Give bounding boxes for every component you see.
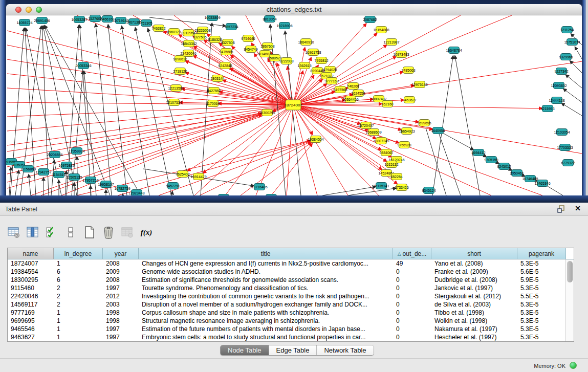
table-row[interactable]: 911546021997Tourette syndrome. Phenomeno… bbox=[8, 284, 574, 292]
table-cell[interactable]: 14569117 bbox=[8, 300, 54, 309]
new-file-icon[interactable] bbox=[83, 225, 96, 239]
table-row[interactable]: 969969511998Structural magnetic resonanc… bbox=[8, 317, 574, 325]
table-cell[interactable]: 6 bbox=[54, 276, 103, 284]
column-header-pagerank[interactable]: pagerank bbox=[517, 248, 566, 259]
network-node[interactable]: 12505135 bbox=[66, 174, 82, 181]
float-panel-icon[interactable] bbox=[557, 205, 565, 213]
select-columns-icon[interactable] bbox=[45, 225, 58, 239]
scrollbar-thumb[interactable] bbox=[567, 261, 573, 282]
table-row[interactable]: 1872400712008Changes of HCN gene express… bbox=[8, 259, 574, 268]
table-cell[interactable]: 0 bbox=[393, 309, 431, 317]
network-node[interactable]: 10719185 bbox=[113, 17, 128, 24]
network-node[interactable]: 16033809 bbox=[204, 15, 220, 21]
network-node[interactable]: 8912954 bbox=[181, 30, 195, 36]
network-node[interactable]: 9242848 bbox=[218, 62, 232, 69]
table-cell[interactable]: 5.9E-5 bbox=[517, 276, 566, 284]
table-cell[interactable]: 1 bbox=[54, 309, 103, 317]
network-node[interactable]: 12213589 bbox=[168, 85, 184, 92]
network-node[interactable]: 9699695 bbox=[417, 120, 431, 126]
network-node[interactable]: 9054154 bbox=[216, 194, 230, 196]
network-node[interactable]: 1211254 bbox=[560, 27, 574, 33]
network-node[interactable]: 18640910 bbox=[298, 39, 314, 46]
column-header-title[interactable]: title bbox=[139, 248, 393, 259]
network-node[interactable]: 16543382 bbox=[181, 40, 197, 47]
network-canvas[interactable]: 1405572420691406106532871527602646616010… bbox=[6, 15, 582, 195]
table-cell[interactable]: Yano et al. (2008) bbox=[431, 259, 517, 268]
network-node[interactable]: 3624554 bbox=[351, 90, 365, 97]
network-node[interactable]: 16648784 bbox=[446, 47, 462, 54]
table-cell[interactable]: 5.5E-5 bbox=[517, 292, 566, 300]
tab-edge-table[interactable]: Edge Table bbox=[269, 345, 317, 355]
network-node[interactable]: 6497568 bbox=[333, 86, 347, 93]
function-builder-icon[interactable]: f(x) bbox=[140, 225, 153, 239]
network-node[interactable]: 8215953 bbox=[540, 105, 554, 112]
network-node[interactable]: 1154519 bbox=[52, 171, 66, 178]
network-node[interactable]: 10653287 bbox=[71, 16, 87, 23]
network-node[interactable]: 9345124 bbox=[422, 187, 435, 194]
network-node[interactable]: 12103054 bbox=[554, 129, 570, 136]
table-cell[interactable]: 1998 bbox=[103, 309, 139, 317]
network-node[interactable]: 9327505 bbox=[192, 34, 206, 40]
network-node[interactable]: 452254 bbox=[390, 173, 402, 180]
network-node[interactable]: 20053346 bbox=[75, 62, 91, 69]
network-node[interactable]: 14055724 bbox=[16, 19, 32, 26]
table-cell[interactable]: Tourette syndrome. Phenomenology and cla… bbox=[139, 284, 393, 292]
network-graph[interactable]: 1405572420691406106532871527602646616010… bbox=[6, 15, 582, 195]
window-titlebar[interactable]: citations_edges.txt bbox=[6, 4, 582, 15]
column-visibility-icon[interactable] bbox=[26, 225, 39, 239]
table-cell[interactable]: 0 bbox=[393, 333, 431, 341]
network-node[interactable]: 8694412 bbox=[471, 149, 485, 156]
table-cell[interactable]: 22420046 bbox=[8, 292, 54, 300]
table-cell[interactable]: 0 bbox=[393, 300, 431, 309]
tab-node-table[interactable]: Node Table bbox=[221, 345, 269, 355]
network-node[interactable]: 19958107 bbox=[98, 181, 114, 188]
network-node[interactable]: 1362615 bbox=[297, 62, 311, 69]
network-node[interactable]: 7485063 bbox=[401, 67, 415, 74]
table-cell[interactable]: 1 bbox=[54, 333, 103, 341]
column-header-name[interactable]: name bbox=[8, 248, 54, 259]
table-cell[interactable]: Estimation of significance thresholds fo… bbox=[139, 276, 393, 284]
network-node[interactable]: 1527602 bbox=[88, 15, 102, 22]
table-cell[interactable]: 18300295 bbox=[8, 276, 54, 284]
network-node[interactable]: 9705159 bbox=[484, 157, 498, 163]
network-node[interactable]: 8960123 bbox=[167, 29, 181, 35]
table-row[interactable]: 1938455462009Genome-wide association stu… bbox=[8, 268, 574, 276]
network-node[interactable]: 9227342 bbox=[554, 68, 568, 75]
network-node[interactable]: 1235416 bbox=[264, 194, 278, 196]
network-node[interactable]: 2718120 bbox=[173, 68, 187, 75]
network-node[interactable]: 6779322 bbox=[561, 160, 575, 166]
network-node[interactable]: 2087682 bbox=[363, 16, 377, 23]
network-node[interactable]: 8186328 bbox=[208, 36, 222, 43]
row-height-icon[interactable] bbox=[64, 225, 77, 239]
table-cell[interactable]: Dudbridge et al. (2008) bbox=[431, 276, 517, 284]
column-header-year[interactable]: year bbox=[103, 248, 139, 259]
table-cell[interactable]: 1 bbox=[54, 325, 103, 333]
table-row[interactable]: 946362711997Embryonic stem cells: a mode… bbox=[8, 333, 574, 341]
network-node[interactable]: 8427552 bbox=[207, 87, 221, 94]
table-cell[interactable]: Structural magnetic resonance image aver… bbox=[139, 317, 393, 325]
table-cell[interactable]: 5.3E-5 bbox=[517, 325, 566, 333]
table-cell[interactable]: Changes of HCN gene expression and I(f) … bbox=[139, 259, 393, 268]
table-cell[interactable]: 5.3E-5 bbox=[517, 300, 566, 309]
table-cell[interactable]: 9115460 bbox=[8, 284, 54, 292]
network-node[interactable]: 7857234 bbox=[224, 24, 238, 30]
table-cell[interactable]: 0 bbox=[393, 317, 431, 325]
network-node[interactable]: 12942757 bbox=[35, 169, 51, 176]
table-cell[interactable]: 0 bbox=[393, 284, 431, 292]
table-row[interactable]: 1456911722003Disruption of a novel membe… bbox=[8, 300, 574, 309]
table-cell[interactable]: Estimation of the future numbers of pati… bbox=[139, 325, 393, 333]
network-node[interactable]: 1588520 bbox=[268, 55, 281, 61]
table-cell[interactable]: Embryonic stem cells: a model to study s… bbox=[139, 333, 393, 341]
network-node[interactable]: 20691406 bbox=[34, 17, 50, 24]
table-cell[interactable]: 5.3E-5 bbox=[517, 284, 566, 292]
table-cell[interactable]: 2008 bbox=[103, 276, 139, 284]
network-node[interactable]: 18724007 bbox=[284, 100, 302, 110]
table-cell[interactable]: Tibbo et al. (1998) bbox=[431, 309, 517, 317]
network-node[interactable]: 9327508 bbox=[221, 39, 234, 46]
table-cell[interactable]: 5.3E-5 bbox=[517, 309, 566, 317]
close-panel-icon[interactable]: ✕ bbox=[575, 204, 581, 212]
column-header-in-degree[interactable]: in_degree bbox=[54, 248, 103, 259]
network-node[interactable]: 1640954 bbox=[431, 127, 445, 134]
network-node[interactable]: 1170064 bbox=[206, 100, 220, 107]
table-cell[interactable]: 5.3E-5 bbox=[517, 333, 566, 341]
